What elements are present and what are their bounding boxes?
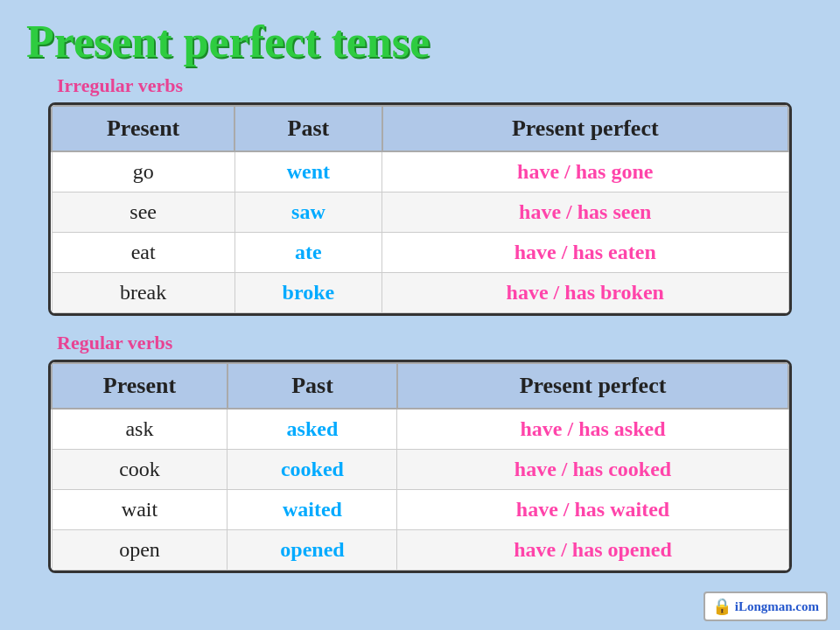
cell-0-2-0: eat bbox=[52, 233, 234, 273]
table-row: cookcookedhave / has cooked bbox=[52, 450, 788, 490]
watermark: 🔒 iLongman.com bbox=[704, 592, 828, 621]
cell-1-2-2: have / has waited bbox=[397, 490, 788, 530]
cell-0-1-1: saw bbox=[234, 192, 382, 233]
cell-0-1-0: see bbox=[52, 192, 234, 233]
cell-1-3-0: open bbox=[52, 530, 228, 570]
cell-0-2-2: have / has eaten bbox=[382, 233, 788, 273]
table-row: gowenthave / has gone bbox=[52, 151, 788, 192]
cell-0-3-0: break bbox=[52, 273, 234, 313]
table-row: waitwaitedhave / has waited bbox=[52, 490, 788, 530]
col-header-0-2: Present perfect bbox=[382, 106, 788, 151]
cell-1-1-0: cook bbox=[52, 450, 228, 490]
col-header-0-1: Past bbox=[234, 106, 382, 151]
cell-0-1-2: have / has seen bbox=[382, 192, 788, 233]
table-wrapper-0: PresentPastPresent perfectgowenthave / h… bbox=[48, 102, 792, 316]
watermark-text: iLongman.com bbox=[735, 599, 819, 614]
cell-1-0-0: ask bbox=[52, 409, 228, 450]
cell-1-0-1: asked bbox=[228, 409, 397, 450]
table-row: seesawhave / has seen bbox=[52, 192, 788, 233]
col-header-1-2: Present perfect bbox=[397, 363, 788, 409]
col-header-1-0: Present bbox=[52, 363, 228, 409]
cell-1-2-0: wait bbox=[52, 490, 228, 530]
cell-1-3-2: have / has opened bbox=[397, 530, 788, 570]
table-row: askaskedhave / has asked bbox=[52, 409, 788, 450]
cell-0-0-0: go bbox=[52, 151, 234, 192]
table-row: openopenedhave / has opened bbox=[52, 530, 788, 570]
section-label-0: Irregular verbs bbox=[57, 74, 840, 97]
cell-0-3-1: broke bbox=[234, 273, 382, 313]
cell-0-2-1: ate bbox=[234, 233, 382, 273]
cell-1-1-1: cooked bbox=[228, 450, 397, 490]
table-1: PresentPastPresent perfectaskaskedhave /… bbox=[51, 362, 789, 570]
cell-1-0-2: have / has asked bbox=[397, 409, 788, 450]
table-row: eatatehave / has eaten bbox=[52, 233, 788, 273]
cell-0-0-1: went bbox=[234, 151, 382, 192]
table-row: breakbrokehave / has broken bbox=[52, 273, 788, 313]
table-wrapper-1: PresentPastPresent perfectaskaskedhave /… bbox=[48, 360, 792, 573]
col-header-0-0: Present bbox=[52, 106, 234, 151]
cell-1-3-1: opened bbox=[228, 530, 397, 570]
col-header-1-1: Past bbox=[228, 363, 397, 409]
cell-1-2-1: waited bbox=[228, 490, 397, 530]
table-0: PresentPastPresent perfectgowenthave / h… bbox=[51, 105, 789, 313]
section-label-1: Regular verbs bbox=[57, 332, 840, 354]
watermark-icon: 🔒 bbox=[712, 597, 732, 616]
cell-0-3-2: have / has broken bbox=[382, 273, 788, 313]
cell-1-1-2: have / has cooked bbox=[397, 450, 788, 490]
page-title: Present perfect tense bbox=[0, 0, 840, 74]
cell-0-0-2: have / has gone bbox=[382, 151, 788, 192]
